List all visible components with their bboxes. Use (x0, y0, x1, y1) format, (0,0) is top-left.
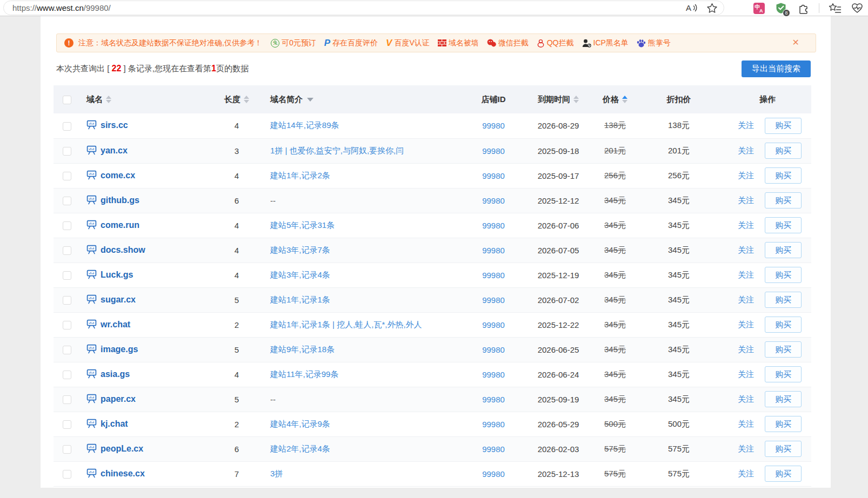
buy-button[interactable]: 购买 (765, 366, 802, 382)
follow-link[interactable]: 关注 (738, 444, 754, 454)
shop-id-link[interactable]: 99980 (482, 271, 505, 280)
buy-button[interactable]: 购买 (765, 242, 802, 258)
domain-link[interactable]: wr.chat (101, 320, 130, 329)
address-bar[interactable]: https://www.west.cn/99980/ A (3, 1, 724, 15)
domain-link[interactable]: come.cx (101, 171, 135, 180)
row-checkbox[interactable] (63, 395, 71, 404)
buy-button[interactable]: 购买 (765, 416, 802, 432)
browser-essentials-heart-icon[interactable] (851, 2, 864, 15)
domain-desc-link[interactable]: 建站11年,记录99条 (270, 369, 338, 379)
domain-link[interactable]: github.gs (101, 196, 139, 205)
buy-button[interactable]: 购买 (765, 391, 802, 407)
follow-link[interactable]: 关注 (738, 469, 754, 479)
domain-link[interactable]: chinese.cx (101, 469, 145, 478)
shop-id-link[interactable]: 99980 (482, 246, 505, 255)
follow-link[interactable]: 关注 (738, 320, 754, 330)
buy-button[interactable]: 购买 (765, 341, 802, 358)
shop-id-link[interactable]: 99980 (482, 320, 505, 329)
row-checkbox[interactable] (63, 246, 71, 255)
buy-button[interactable]: 购买 (765, 441, 802, 457)
domain-desc-link[interactable]: 3拼 (270, 469, 283, 478)
domain-link[interactable]: Luck.gs (101, 270, 133, 279)
buy-button[interactable]: 购买 (765, 167, 802, 184)
row-checkbox[interactable] (63, 122, 71, 131)
select-all-checkbox[interactable] (63, 96, 71, 104)
domain-desc-link[interactable]: 1拼 | 也爱你,益安宁,与阿奴,要挨你,闫 (270, 146, 404, 155)
domain-desc-link[interactable]: 建站1年,记录1条 (270, 295, 330, 304)
header-domain[interactable]: 域名 (86, 95, 111, 105)
row-checkbox[interactable] (63, 221, 71, 230)
shop-id-link[interactable]: 99980 (482, 420, 505, 429)
row-checkbox[interactable] (63, 147, 71, 156)
follow-link[interactable]: 关注 (738, 295, 754, 305)
sort-arrows-icon[interactable] (622, 96, 627, 103)
sort-arrows-icon[interactable] (244, 96, 249, 103)
read-aloud-icon[interactable]: A (685, 2, 698, 15)
shop-id-link[interactable]: 99980 (482, 121, 505, 130)
domain-desc-link[interactable]: 建站5年,记录31条 (270, 220, 335, 230)
row-checkbox[interactable] (63, 420, 71, 429)
buy-button[interactable]: 购买 (765, 267, 802, 283)
buy-button[interactable]: 购买 (765, 217, 802, 233)
sort-arrows-icon[interactable] (573, 96, 579, 103)
defender-shield-icon[interactable]: 8 (774, 2, 787, 15)
shop-id-link[interactable]: 99980 (482, 146, 505, 156)
follow-link[interactable]: 关注 (738, 220, 754, 231)
domain-desc-link[interactable]: 建站3年,记录4条 (270, 270, 330, 279)
row-checkbox[interactable] (63, 271, 71, 280)
domain-link[interactable]: sugar.cx (101, 295, 136, 304)
row-checkbox[interactable] (63, 296, 71, 305)
domain-desc-link[interactable]: -- (270, 395, 276, 404)
buy-button[interactable]: 购买 (765, 292, 802, 308)
domain-desc-link[interactable]: -- (270, 196, 276, 205)
row-checkbox[interactable] (63, 346, 71, 354)
domain-desc-link[interactable]: 建站14年,记录89条 (270, 120, 339, 130)
row-checkbox[interactable] (63, 321, 71, 329)
shop-id-link[interactable]: 99980 (482, 171, 505, 180)
domain-link[interactable]: docs.show (101, 245, 145, 254)
domain-link[interactable]: paper.cx (101, 394, 136, 403)
translate-icon[interactable]: 中A (752, 2, 765, 15)
domain-desc-link[interactable]: 建站1年,记录1条 | 挖人,蛙人,瓦*,外热,外人 (270, 320, 422, 329)
sort-arrows-icon[interactable] (106, 96, 111, 103)
follow-link[interactable]: 关注 (738, 369, 754, 380)
domain-link[interactable]: image.gs (101, 345, 138, 354)
follow-link[interactable]: 关注 (738, 146, 754, 156)
collections-icon[interactable] (829, 2, 842, 15)
domain-link[interactable]: kj.chat (101, 419, 128, 428)
row-checkbox[interactable] (63, 445, 71, 454)
follow-link[interactable]: 关注 (738, 270, 754, 280)
buy-button[interactable]: 购买 (765, 317, 802, 333)
shop-id-link[interactable]: 99980 (482, 196, 505, 205)
row-checkbox[interactable] (63, 172, 71, 180)
favorite-star-icon[interactable] (705, 2, 718, 15)
domain-desc-link[interactable]: 建站2年,记录4条 (270, 444, 330, 453)
domain-link[interactable]: sirs.cc (101, 120, 128, 130)
shop-id-link[interactable]: 99980 (482, 295, 505, 305)
follow-link[interactable]: 关注 (738, 196, 754, 206)
follow-link[interactable]: 关注 (738, 120, 754, 131)
shop-id-link[interactable]: 99980 (482, 395, 505, 404)
extensions-puzzle-icon[interactable] (797, 2, 810, 15)
row-checkbox[interactable] (63, 371, 71, 379)
buy-button[interactable]: 购买 (765, 143, 802, 159)
header-length[interactable]: 长度 (224, 95, 249, 105)
shop-id-link[interactable]: 99980 (482, 345, 505, 354)
shop-id-link[interactable]: 99980 (482, 370, 505, 379)
domain-link[interactable]: come.run (101, 220, 139, 230)
row-checkbox[interactable] (63, 470, 71, 479)
domain-desc-link[interactable]: 建站3年,记录7条 (270, 245, 330, 254)
domain-desc-link[interactable]: 建站4年,记录9条 (270, 419, 330, 428)
buy-button[interactable]: 购买 (765, 466, 802, 482)
buy-button[interactable]: 购买 (765, 118, 802, 134)
row-checkbox[interactable] (63, 197, 71, 205)
filter-caret-icon[interactable] (307, 98, 313, 102)
shop-id-link[interactable]: 99980 (482, 221, 505, 230)
shop-id-link[interactable]: 99980 (482, 469, 505, 479)
shop-id-link[interactable]: 99980 (482, 445, 505, 454)
buy-button[interactable]: 购买 (765, 192, 802, 208)
follow-link[interactable]: 关注 (738, 394, 754, 405)
follow-link[interactable]: 关注 (738, 171, 754, 181)
header-desc[interactable]: 域名简介 (270, 95, 313, 105)
export-search-button[interactable]: 导出当前搜索 (742, 60, 811, 77)
